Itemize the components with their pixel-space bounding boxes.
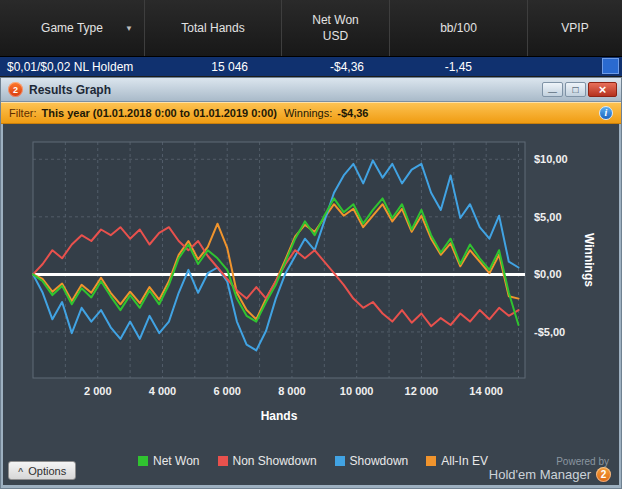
- filter-bar: Filter: This year (01.01.2018 0:00 to 01…: [1, 102, 621, 124]
- powered-by-text: Powered by: [489, 456, 611, 467]
- maximize-button[interactable]: □: [565, 82, 586, 97]
- app-icon-label: 2: [13, 85, 18, 95]
- svg-text:4 000: 4 000: [149, 385, 177, 397]
- cell-net-won: -$4,36: [282, 57, 390, 76]
- svg-text:$0,00: $0,00: [534, 268, 562, 280]
- brand-name: Hold'em Manager: [489, 467, 591, 482]
- legend-label: Showdown: [350, 454, 409, 468]
- brand-badge-label: 2: [601, 469, 607, 480]
- window-title: Results Graph: [29, 83, 111, 97]
- cell-total-hands: 15 046: [145, 57, 282, 76]
- results-graph-window: 2 Results Graph — □ × Filter: This year …: [0, 77, 622, 489]
- column-label: Total Hands: [181, 21, 244, 35]
- winnings-value: -$4,36: [337, 107, 368, 119]
- report-column-headers: Game Type ▼ Total Hands Net Won USD bb/1…: [0, 0, 622, 57]
- hm2-logo-icon: 2: [596, 467, 611, 482]
- info-icon[interactable]: i: [599, 106, 613, 120]
- column-header-vpip[interactable]: VPIP: [528, 0, 622, 56]
- powered-by-block: Powered by Hold'em Manager 2: [489, 456, 611, 482]
- column-label-line: Net Won: [312, 12, 358, 28]
- column-label: Game Type: [41, 21, 103, 35]
- legend-swatch-net-won: [138, 456, 148, 466]
- column-label: VPIP: [561, 21, 588, 35]
- svg-text:2 000: 2 000: [84, 385, 112, 397]
- caret-up-icon: ^: [18, 466, 23, 476]
- maximize-icon: □: [572, 85, 578, 95]
- svg-text:6 000: 6 000: [213, 385, 241, 397]
- svg-text:8 000: 8 000: [278, 385, 306, 397]
- legend-label: Non Showdown: [233, 454, 317, 468]
- minimize-icon: —: [548, 88, 557, 97]
- hm2-screen: Game Type ▼ Total Hands Net Won USD bb/1…: [0, 0, 622, 489]
- close-button[interactable]: ×: [588, 82, 617, 97]
- legend-item[interactable]: Net Won: [138, 454, 199, 468]
- hm2-app-icon: 2: [8, 82, 23, 97]
- svg-text:$5,00: $5,00: [534, 211, 562, 223]
- svg-text:14 000: 14 000: [469, 385, 503, 397]
- minimize-button[interactable]: —: [542, 82, 563, 97]
- winnings-graph: $10,00$5,00$0,00-$5,002 0004 0006 0008 0…: [7, 130, 607, 430]
- scrollbar-thumb[interactable]: [602, 58, 619, 74]
- svg-text:$10,00: $10,00: [534, 153, 568, 165]
- options-button[interactable]: ^ Options: [8, 461, 76, 480]
- legend-item[interactable]: Non Showdown: [218, 454, 317, 468]
- legend-label: Net Won: [153, 454, 199, 468]
- svg-text:Winnings: Winnings: [582, 233, 596, 287]
- svg-text:-$5,00: -$5,00: [534, 326, 565, 338]
- legend-swatch-all-in-ev: [426, 456, 436, 466]
- column-label: bb/100: [440, 21, 477, 35]
- column-label-line: USD: [312, 28, 358, 44]
- options-label: Options: [28, 465, 66, 477]
- column-label: Net Won USD: [312, 12, 358, 44]
- filter-label: Filter:: [9, 107, 37, 119]
- dropdown-icon[interactable]: ▼: [125, 24, 133, 33]
- table-row[interactable]: $0,01/$0,02 NL Holdem 15 046 -$4,36 -1,4…: [0, 57, 622, 76]
- legend-label: All-In EV: [441, 454, 488, 468]
- winnings-label: Winnings:: [284, 107, 332, 119]
- legend-swatch-showdown: [335, 456, 345, 466]
- close-icon: ×: [599, 83, 607, 96]
- legend-item[interactable]: All-In EV: [426, 454, 488, 468]
- cell-bb100: -1,45: [390, 57, 528, 76]
- chart-area: $10,00$5,00$0,00-$5,002 0004 0006 0008 0…: [3, 124, 619, 485]
- column-header-total-hands[interactable]: Total Hands: [145, 0, 282, 56]
- cell-game-type: $0,01/$0,02 NL Holdem: [0, 57, 145, 76]
- legend-swatch-non-showdown: [218, 456, 228, 466]
- filter-range-text: This year (01.01.2018 0:00 to 01.01.2019…: [42, 107, 277, 119]
- info-icon-glyph: i: [605, 107, 608, 118]
- svg-text:Hands: Hands: [261, 409, 298, 423]
- window-controls: — □ ×: [542, 82, 617, 97]
- svg-text:12 000: 12 000: [405, 385, 439, 397]
- legend-item[interactable]: Showdown: [335, 454, 409, 468]
- column-header-bb100[interactable]: bb/100: [390, 0, 528, 56]
- brand-line: Hold'em Manager 2: [489, 467, 611, 482]
- svg-text:10 000: 10 000: [340, 385, 374, 397]
- window-titlebar[interactable]: 2 Results Graph — □ ×: [1, 78, 621, 102]
- column-header-net-won-usd[interactable]: Net Won USD: [282, 0, 390, 56]
- column-header-game-type[interactable]: Game Type ▼: [0, 0, 145, 56]
